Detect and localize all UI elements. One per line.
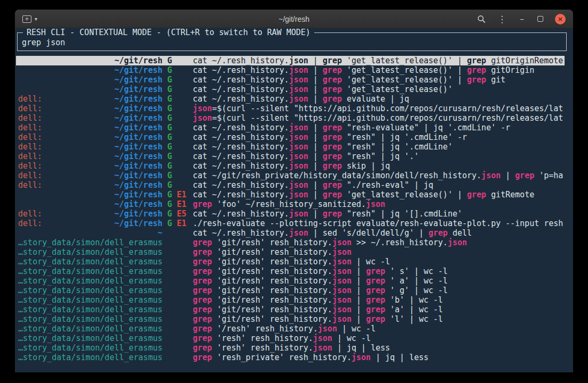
history-row[interactable]: ~/git/reshGcat ~/.resh_history.json | gr… xyxy=(16,65,565,75)
flags-field xyxy=(167,295,192,305)
command-text: cat ~/.resh_history.json | grep "resh" |… xyxy=(193,152,565,161)
error-flag: E1 xyxy=(177,190,186,199)
directory-label: …story_data/simon/dell_erasmus xyxy=(18,295,162,305)
match-highlight: grep xyxy=(366,314,385,324)
host-dir-field: ~/git/resh xyxy=(18,56,162,65)
git-flag: G xyxy=(167,219,172,228)
host-dir-field: ~/git/resh xyxy=(18,190,162,199)
history-row[interactable]: ~/git/reshG E1grep 'foo' ~/resh_history_… xyxy=(16,199,565,209)
match-highlight: grep xyxy=(193,257,212,267)
host-dir-field: dell:~/git/resh xyxy=(18,142,162,152)
host-dir-field: …story_data/simon/dell_erasmus xyxy=(18,324,162,334)
match-highlight: grep xyxy=(193,334,212,343)
flags-field: G xyxy=(167,56,192,65)
history-row[interactable]: ~/git/reshGcat ~/.resh_history.json | gr… xyxy=(16,75,565,85)
restore-button[interactable] xyxy=(537,16,543,22)
menu-button[interactable]: ⋮ xyxy=(497,14,507,24)
match-highlight: grep xyxy=(366,305,385,314)
flags-field xyxy=(167,286,192,295)
match-highlight: grep xyxy=(193,295,212,305)
match-highlight: grep xyxy=(467,56,486,65)
command-text: grep 'git/resh' resh_history.json | grep… xyxy=(193,295,565,305)
command-text: grep 'resh_private' resh_history.json | … xyxy=(193,353,565,362)
match-highlight: grep xyxy=(193,286,212,295)
history-row[interactable]: …story_data/simon/dell_erasmusgrep 'git/… xyxy=(16,267,565,276)
match-highlight: json xyxy=(481,171,501,180)
host-dir-field: …story_data/simon/dell_erasmus xyxy=(18,286,162,295)
history-row[interactable]: ~/git/reshGcat ~/.resh_history.json | gr… xyxy=(16,85,565,94)
history-row[interactable]: …story_data/simon/dell_erasmusgrep '/res… xyxy=(16,324,565,334)
history-row[interactable]: …story_data/simon/dell_erasmusgrep 'git/… xyxy=(16,314,565,324)
search-button[interactable] xyxy=(477,15,486,23)
minimize-button[interactable]: – xyxy=(518,14,526,24)
match-highlight: grep xyxy=(323,190,342,199)
history-row[interactable]: dell:~/git/reshGcat ~/.resh_history.json… xyxy=(16,123,565,132)
command-text: cat ~/.resh_history.json | grep "resh" |… xyxy=(193,132,565,142)
match-highlight: json xyxy=(332,267,352,276)
match-highlight: grep xyxy=(193,199,212,209)
directory-label: …story_data/simon/dell_erasmus xyxy=(18,314,162,324)
close-button[interactable]: × xyxy=(555,14,566,24)
history-row[interactable]: …story_data/simon/dell_erasmusgrep 'git/… xyxy=(16,238,565,247)
host-dir-field: dell:~/git/resh xyxy=(18,113,162,123)
match-highlight: json xyxy=(352,353,371,362)
history-row[interactable]: ~cat ~/.resh_history.json | sed 's/dell/… xyxy=(16,228,565,238)
history-row[interactable]: dell:~/git/reshGjson=$(curl --silent "ht… xyxy=(16,113,565,123)
history-row[interactable]: dell:~/git/reshG E1./resh-evaluate --plo… xyxy=(16,219,565,228)
history-row[interactable]: dell:~/git/reshGcat ~/.resh_history.json… xyxy=(16,161,565,171)
history-row[interactable]: dell:~/git/reshGcat ~/.resh_history.json… xyxy=(16,142,565,152)
error-flag: E1 xyxy=(177,199,186,209)
match-highlight: json xyxy=(318,324,337,334)
match-highlight: json xyxy=(366,199,385,209)
history-row[interactable]: dell:~/git/reshG E5cat ~/.resh_history.j… xyxy=(16,209,565,219)
host-label: dell: xyxy=(18,132,42,142)
command-text: cat ~/.resh_history.json | grep evaluate… xyxy=(193,94,565,104)
match-highlight: json xyxy=(332,305,352,314)
history-row[interactable]: …story_data/simon/dell_erasmusgrep 'git/… xyxy=(16,257,565,267)
command-text: cat ~/.resh_history.json | grep 'get_lat… xyxy=(193,75,565,85)
directory-label: …story_data/simon/dell_erasmus xyxy=(18,257,162,267)
match-highlight: grep xyxy=(323,65,342,75)
history-row[interactable]: …story_data/simon/dell_erasmusgrep 'git/… xyxy=(16,247,565,257)
search-query-input[interactable]: grep json xyxy=(22,38,562,47)
host-dir-field: dell:~/git/resh xyxy=(18,94,162,104)
history-row[interactable]: dell:~/git/reshGcat ~/.resh_history.json… xyxy=(16,180,565,190)
flags-field: G xyxy=(167,180,192,190)
new-tab-dropdown-button[interactable]: ▾ xyxy=(35,16,37,22)
git-flag: G xyxy=(167,56,172,65)
directory-label: ~/git/resh xyxy=(115,209,162,219)
flags-field: G xyxy=(167,132,192,142)
history-row[interactable]: ~/git/reshGcat ~/.resh_history.json | gr… xyxy=(16,56,565,65)
error-flag: E1 xyxy=(177,219,186,228)
history-row[interactable]: dell:~/git/reshGcat ~/.resh_history.json… xyxy=(16,152,565,161)
directory-label: ~/git/resh xyxy=(115,123,162,132)
new-tab-button[interactable]: + xyxy=(22,15,31,23)
terminal[interactable]: RESH CLI - CONTEXTUAL MODE - (CTRL+R to … xyxy=(15,29,573,372)
history-row[interactable]: dell:~/git/reshGcat ~/git/resh_private/h… xyxy=(16,171,565,180)
match-highlight: grep xyxy=(323,152,342,161)
match-highlight: grep xyxy=(193,353,212,362)
git-flag: G xyxy=(167,171,172,180)
match-highlight: json xyxy=(332,295,352,305)
flags-field: G xyxy=(167,85,192,94)
history-row[interactable]: …story_data/simon/dell_erasmusgrep 'git/… xyxy=(16,276,565,286)
flags-field xyxy=(167,228,192,238)
history-row[interactable]: …story_data/simon/dell_erasmusgrep 'git/… xyxy=(16,305,565,314)
history-row[interactable]: dell:~/git/reshGjson=$(curl --silent "ht… xyxy=(16,104,565,113)
match-highlight: grep xyxy=(366,286,385,295)
history-row[interactable]: dell:~/git/reshGcat ~/.resh_history.json… xyxy=(16,94,565,104)
match-highlight: grep xyxy=(193,276,212,286)
host-dir-field: …story_data/simon/dell_erasmus xyxy=(18,257,162,267)
host-dir-field: …story_data/simon/dell_erasmus xyxy=(18,276,162,286)
command-text: json=$(curl --silent "https://api.github… xyxy=(193,113,565,123)
history-row[interactable]: …story_data/simon/dell_erasmusgrep 'resh… xyxy=(16,334,565,343)
host-dir-field: dell:~/git/resh xyxy=(18,152,162,161)
history-row[interactable]: dell:~/git/reshGcat ~/.resh_history.json… xyxy=(16,132,565,142)
flags-field xyxy=(167,305,192,314)
git-flag: G xyxy=(167,209,172,219)
history-row[interactable]: …story_data/simon/dell_erasmusgrep 'git/… xyxy=(16,295,565,305)
history-row[interactable]: …story_data/simon/dell_erasmusgrep 'resh… xyxy=(16,353,565,362)
history-row[interactable]: …story_data/simon/dell_erasmusgrep 'resh… xyxy=(16,343,565,353)
history-row[interactable]: ~/git/reshG E1cat ~/.resh_history.json |… xyxy=(16,190,565,199)
history-row[interactable]: …story_data/simon/dell_erasmusgrep 'git/… xyxy=(16,286,565,295)
